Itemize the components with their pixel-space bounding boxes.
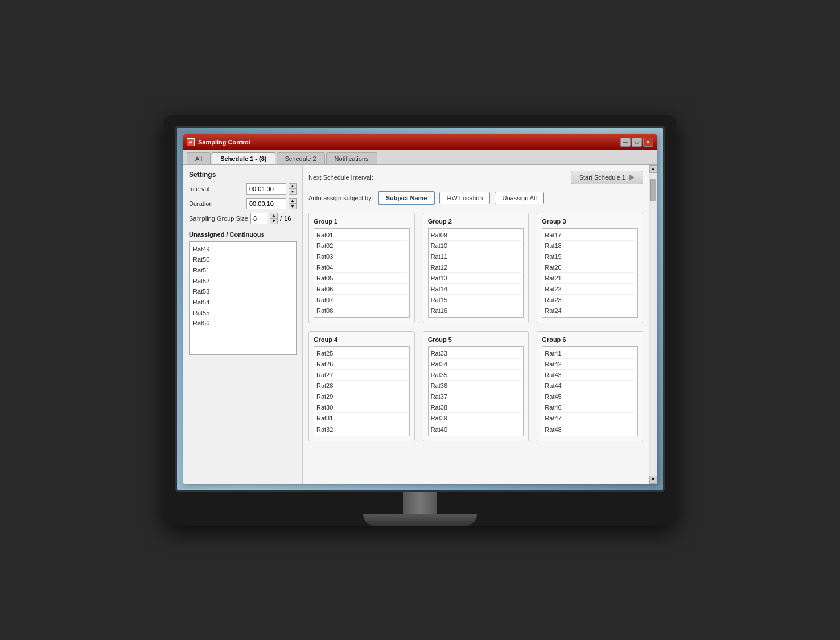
group-6-box: Group 6 Rat41 Rat42 Rat43 Rat44 Rat45 Ra…: [537, 331, 643, 441]
duration-down[interactable]: ▼: [289, 204, 297, 209]
title-bar: P Sampling Control — □ ✕: [183, 134, 657, 150]
interval-input[interactable]: [246, 183, 286, 195]
close-button[interactable]: ✕: [643, 138, 653, 147]
list-item: Rat16: [431, 305, 521, 316]
group-5-box: Group 5 Rat33 Rat34 Rat35 Rat36 Rat37 Ra…: [423, 331, 529, 441]
list-item: Rat09: [431, 230, 521, 241]
monitor-stand: [175, 492, 665, 526]
duration-spinner: ▲ ▼: [289, 198, 297, 209]
settings-title: Settings: [189, 171, 297, 179]
auto-assign-label: Auto-assign subject by:: [308, 195, 373, 201]
interval-down[interactable]: ▼: [289, 189, 297, 195]
list-item: Rat45: [545, 391, 635, 402]
group-5-list: Rat33 Rat34 Rat35 Rat36 Rat37 Rat38 Rat3…: [428, 346, 524, 436]
group-4-title: Group 4: [314, 336, 410, 343]
sampling-up[interactable]: ▲: [270, 213, 278, 218]
scroll-up-arrow[interactable]: ▲: [649, 165, 657, 173]
duration-input[interactable]: [246, 198, 286, 209]
interval-row: Interval ▲ ▼: [189, 183, 297, 195]
list-item: Rat32: [316, 424, 407, 435]
group-3-title: Group 3: [542, 218, 638, 225]
list-item: Rat15: [431, 295, 521, 305]
scroll-track: [650, 173, 657, 476]
list-item: Rat25: [316, 348, 407, 359]
list-item: Rat44: [545, 381, 635, 391]
list-item: Rat06: [316, 284, 407, 295]
list-item: Rat01: [316, 230, 407, 241]
interval-up[interactable]: ▲: [289, 183, 297, 189]
tab-schedule2[interactable]: Schedule 2: [277, 152, 325, 164]
right-panel: Next Schedule Interval: Start Schedule 1…: [303, 165, 649, 484]
top-controls: Next Schedule Interval: Start Schedule 1: [308, 171, 643, 184]
subject-name-button[interactable]: Subject Name: [378, 191, 435, 205]
start-schedule-label: Start Schedule 1: [579, 174, 625, 181]
sampling-size-input[interactable]: [250, 213, 267, 224]
list-item: Rat37: [431, 391, 521, 402]
list-item: Rat56: [193, 318, 293, 329]
stand-base: [363, 514, 477, 526]
interval-spinner: ▲ ▼: [289, 183, 297, 195]
application-window: P Sampling Control — □ ✕ All Schedule 1 …: [183, 134, 657, 484]
list-item: Rat30: [316, 402, 407, 413]
list-item: Rat40: [431, 424, 521, 435]
list-item: Rat46: [545, 402, 635, 413]
list-item: Rat49: [193, 244, 293, 255]
scrollbar[interactable]: ▲ ▼: [649, 165, 657, 484]
group-3-list: Rat17 Rat18 Rat19 Rat20 Rat21 Rat22 Rat2…: [542, 228, 638, 318]
list-item: Rat12: [431, 262, 521, 273]
list-item: Rat26: [316, 359, 407, 370]
list-item: Rat23: [545, 295, 635, 305]
group-1-list: Rat01 Rat02 Rat03 Rat04 Rat05 Rat06 Rat0…: [314, 228, 410, 318]
list-item: Rat35: [431, 370, 521, 381]
list-item: Rat55: [193, 308, 293, 319]
scroll-down-arrow[interactable]: ▼: [649, 476, 657, 484]
list-item: Rat02: [316, 241, 407, 251]
list-item: Rat28: [316, 381, 407, 391]
tab-all[interactable]: All: [187, 152, 211, 164]
group-4-box: Group 4 Rat25 Rat26 Rat27 Rat28 Rat29 Ra…: [308, 331, 415, 441]
group-2-box: Group 2 Rat09 Rat10 Rat11 Rat12 Rat13 Ra…: [423, 213, 529, 323]
start-schedule-button[interactable]: Start Schedule 1: [571, 171, 643, 184]
group-6-list: Rat41 Rat42 Rat43 Rat44 Rat45 Rat46 Rat4…: [542, 346, 638, 436]
unassign-all-button[interactable]: Unassign All: [495, 192, 544, 204]
sampling-down[interactable]: ▼: [270, 218, 278, 224]
auto-assign-row: Auto-assign subject by: Subject Name HW …: [308, 191, 643, 205]
app-icon: P: [187, 138, 195, 146]
minimize-button[interactable]: —: [620, 138, 631, 147]
groups-container: Group 1 Rat01 Rat02 Rat03 Rat04 Rat05 Ra…: [308, 213, 643, 441]
list-item: Rat36: [431, 381, 521, 391]
duration-label: Duration: [189, 200, 244, 207]
duration-row: Duration ▲ ▼: [189, 198, 297, 209]
unassigned-list: Rat49 Rat50 Rat51 Rat52 Rat53 Rat54 Rat5…: [189, 241, 297, 355]
list-item: Rat47: [545, 413, 635, 424]
list-item: Rat21: [545, 273, 635, 284]
list-item: Rat50: [193, 254, 293, 265]
interval-label: Interval: [189, 185, 244, 192]
next-schedule-label: Next Schedule Interval:: [308, 174, 373, 181]
sampling-spinner: ▲ ▼: [270, 213, 278, 224]
list-item: Rat54: [193, 297, 293, 308]
list-item: Rat17: [545, 230, 635, 241]
list-item: Rat03: [316, 251, 407, 262]
scroll-thumb[interactable]: [650, 179, 656, 201]
list-item: Rat24: [545, 305, 635, 316]
list-item: Rat14: [431, 284, 521, 295]
hw-location-button[interactable]: HW Location: [439, 192, 490, 204]
monitor-screen: P Sampling Control — □ ✕ All Schedule 1 …: [175, 126, 665, 492]
stand-neck: [403, 492, 437, 514]
tab-schedule1[interactable]: Schedule 1 - (8): [212, 152, 275, 164]
tab-notifications[interactable]: Notifications: [326, 152, 377, 164]
sampling-label: Sampling Group Size: [189, 215, 248, 222]
maximize-button[interactable]: □: [632, 138, 642, 147]
window-controls: — □ ✕: [620, 138, 653, 147]
group-2-title: Group 2: [428, 218, 524, 225]
tab-bar: All Schedule 1 - (8) Schedule 2 Notifica…: [183, 150, 657, 165]
duration-up[interactable]: ▲: [289, 198, 297, 204]
list-item: Rat05: [316, 273, 407, 284]
left-panel: Settings Interval ▲ ▼ Duration ▲: [183, 165, 303, 484]
list-item: Rat13: [431, 273, 521, 284]
sampling-group-size-row: Sampling Group Size ▲ ▼ / 16: [189, 213, 297, 224]
list-item: Rat51: [193, 265, 293, 276]
sampling-total: 16: [284, 215, 291, 222]
list-item: Rat07: [316, 295, 407, 305]
